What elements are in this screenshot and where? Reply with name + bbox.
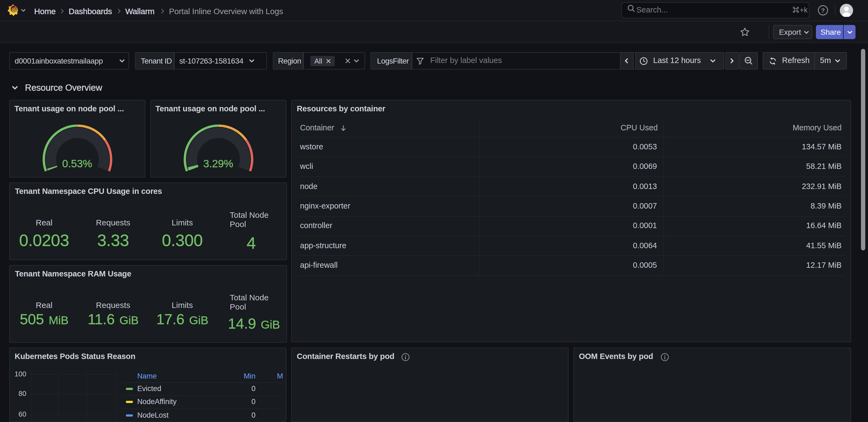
svg-text:?: ? (821, 7, 824, 14)
